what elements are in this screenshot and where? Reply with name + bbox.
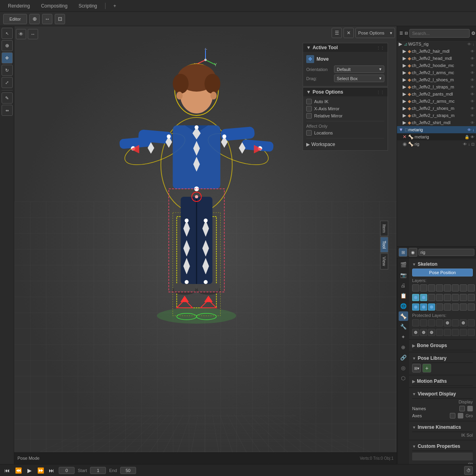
viewport-transform-icon[interactable]: ↔ [28,29,38,39]
tool-move[interactable]: ✥ [2,52,13,63]
layer-18[interactable] [420,303,427,311]
pose-position-btn[interactable]: Pose Position [412,269,473,276]
axes-checkbox[interactable] [450,413,455,418]
layer-21[interactable] [444,303,451,311]
props-world-btn[interactable]: ◉ [409,248,417,257]
outliner-search-input[interactable] [409,29,470,38]
tool-scale[interactable]: ⤢ [2,77,13,88]
item-tab[interactable]: Item [380,221,388,236]
viewport-shading-btn[interactable]: ⊕ [29,14,40,24]
tab-rendering[interactable]: Rendering [3,2,35,10]
orientation-dropdown[interactable]: Default ▾ [334,65,384,73]
outliner-menu-icon[interactable]: ☰ [399,29,403,37]
play-btn[interactable]: ▶ [25,466,33,474]
layer-7[interactable] [460,284,467,292]
layer-1[interactable] [412,284,419,292]
outliner-item[interactable]: ▶ ◆ ch_Jeffv2_hoodie_mc 👁 [397,62,476,69]
skeleton-header[interactable]: ▼ Skeleton [412,261,473,269]
auto-ik-checkbox[interactable] [306,99,312,104]
props-view-layer-icon[interactable]: 📋 [399,291,408,300]
props-world-icon[interactable]: 🌐 [399,301,408,311]
layer-22[interactable] [452,303,459,311]
start-frame-input[interactable] [90,467,106,474]
tool-tab[interactable]: Tool [380,237,388,252]
active-tool-header[interactable]: ▼ Active Tool ⋮⋮ [303,43,388,52]
viewport-display-header[interactable]: ▼ Viewport Display [412,390,473,399]
locations-checkbox[interactable] [306,130,312,136]
layer-20[interactable] [436,303,443,311]
prot-layer-10[interactable] [420,329,427,336]
current-frame-input[interactable] [59,467,75,474]
props-scene-icon[interactable]: 🎬 [399,260,408,269]
props-particles-icon[interactable]: ✦ [399,332,408,342]
outliner-item[interactable]: ▶ ◆ ch_Jeffv2_l_straps_m 👁 [397,83,476,90]
layer-13[interactable] [444,294,451,301]
outliner-filter-icon[interactable]: ⊟ [405,29,408,37]
prot-layer-14[interactable] [452,329,459,336]
outliner-item[interactable]: ▶ ◆ ch_Jeffv2_l_shoes_m 👁 [397,76,476,83]
tool-cursor[interactable]: ⊕ [2,40,13,51]
layer-5[interactable] [444,284,451,292]
workspace-dropdown-btn[interactable]: Editor [3,14,27,24]
prot-layer-5[interactable] [444,319,451,326]
end-frame-input[interactable] [120,467,136,474]
rig-name-input[interactable] [418,249,474,256]
outliner-item[interactable]: ▶ ⊿ WGTS_rig 👁 ↓ [397,40,476,48]
prot-layer-16[interactable] [468,329,475,336]
snap-btn[interactable]: ⊡ [55,14,65,24]
bone-groups-header[interactable]: ▶ Bone Groups [412,341,473,350]
layer-12[interactable] [436,294,443,301]
keying-set-btn[interactable]: ⏱ [464,466,473,475]
props-scene-btn[interactable]: ⊞ [399,248,407,257]
pose-options-header[interactable]: ▼ Pose Options ⋮⋮ [303,88,388,96]
outliner-item[interactable]: ▶ ◆ ch_Jeffv2_r_shoes_m 👁 [397,105,476,112]
layer-6[interactable] [452,284,459,292]
viewport[interactable]: Z X Y [14,26,397,464]
names-checkbox[interactable] [459,406,465,411]
outliner-item[interactable]: ✕ 🦴 metarig 🔒 👁 [397,133,476,140]
pose-lib-dropdown-btn[interactable]: ⊞▾ [412,364,421,372]
drag-dropdown[interactable]: Select Box ▾ [334,75,384,82]
layer-10[interactable] [420,294,427,301]
outliner-settings-icon[interactable]: ⚙ [471,29,476,37]
viewport-close[interactable]: ✕ [344,28,354,38]
outliner-item[interactable]: ▶ ◆ ch_Jeffv2_pants_mdl 👁 [397,90,476,98]
pose-library-header[interactable]: ▼ Pose Library [412,354,473,363]
names-checkbox2[interactable] [467,406,473,411]
jump-start-btn[interactable]: ⏮ [3,466,11,474]
props-constraints-icon[interactable]: 🔗 [399,353,408,362]
layer-4[interactable] [436,284,443,292]
prot-layer-8[interactable] [468,319,475,326]
layer-17[interactable] [412,303,419,311]
outliner-item[interactable]: ▶ ◆ ch_Jeffv2_r_straps_m 👁 [397,112,476,119]
viewport-camera-icon[interactable]: 👁 [16,29,26,39]
view-tab[interactable]: View [380,253,388,270]
layer-3[interactable] [428,284,435,292]
props-render-icon[interactable]: 📷 [399,270,408,280]
props-modifier-icon[interactable]: 🔧 [399,322,408,331]
tool-measure[interactable]: ⇔ [2,105,13,116]
prot-layer-9[interactable] [412,329,419,336]
props-physics-icon[interactable]: ⊕ [399,342,408,352]
tab-compositing[interactable]: Compositing [36,2,72,10]
viewport-canvas[interactable]: Z X Y [14,26,397,464]
prot-layer-12[interactable] [436,329,443,336]
tab-plus[interactable]: + [109,2,121,10]
prot-layer-6[interactable] [452,319,459,326]
layer-24[interactable] [468,303,475,311]
x-axis-mirror-checkbox[interactable] [306,106,312,111]
transform-btn[interactable]: ↔ [42,14,52,24]
prot-layer-15[interactable] [460,329,467,336]
outliner-item[interactable]: ▶ ◆ ch_Jeffv2_shirt_mdl 👁 [397,119,476,126]
workspace-header[interactable]: ▶ Workspace [306,140,384,149]
jump-end-btn[interactable]: ⏭ [48,466,56,474]
tool-select[interactable]: ↖ [2,28,13,39]
layer-16[interactable] [468,294,475,301]
viewport-icon-1[interactable]: ☰ [332,28,342,38]
outliner-item[interactable]: ▶ ◆ ch_Jeffv2_l_arms_mc 👁 [397,69,476,76]
prot-layer-11[interactable] [428,329,435,336]
outliner-item[interactable]: ▶ ◆ ch_Jeffv2_r_arms_mc 👁 [397,98,476,105]
relative-mirror-checkbox[interactable] [306,113,312,119]
props-output-icon[interactable]: 🖨 [399,280,408,290]
props-material-icon[interactable]: ⬡ [399,373,408,383]
